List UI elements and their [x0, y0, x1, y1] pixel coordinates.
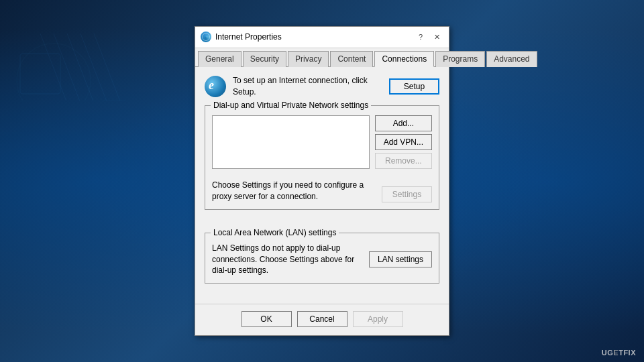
tab-connections[interactable]: Connections [374, 51, 434, 67]
cancel-button[interactable]: Cancel [297, 311, 347, 327]
lan-group-box: Local Area Network (LAN) settings LAN Se… [205, 233, 439, 284]
dialup-note: Choose Settings if you need to configure… [212, 180, 376, 202]
svg-point-20 [17, 44, 91, 101]
dialup-group-title: Dial-up and Virtual Private Network sett… [211, 101, 371, 110]
svg-line-4 [94, 34, 201, 101]
add-button[interactable]: Add... [375, 115, 432, 131]
tab-content[interactable]: Content [330, 51, 373, 67]
ok-button[interactable]: OK [241, 311, 292, 327]
tab-programs[interactable]: Programs [435, 51, 485, 67]
setup-button[interactable]: Setup [389, 78, 439, 95]
tab-general[interactable]: General [198, 51, 241, 67]
internet-icon [205, 76, 226, 97]
settings-button[interactable]: Settings [382, 186, 432, 202]
title-bar-left: Internet Properties [201, 32, 282, 42]
tab-bar: General Security Privacy Content Connect… [195, 48, 449, 67]
tab-privacy[interactable]: Privacy [288, 51, 329, 67]
dialup-group-box: Dial-up and Virtual Private Network sett… [205, 105, 439, 210]
window-title: Internet Properties [215, 32, 282, 42]
watermark-separator: E [613, 349, 619, 357]
tab-security[interactable]: Security [243, 51, 286, 67]
tab-content-area: To set up an Internet connection, click … [195, 67, 449, 302]
dialup-buttons: Add... Add VPN... Remove... [375, 115, 432, 169]
title-bar-controls: ? ✕ [414, 30, 443, 44]
lan-settings-button[interactable]: LAN settings [369, 251, 432, 267]
remove-button[interactable]: Remove... [375, 153, 432, 169]
bottom-bar: OK Cancel Apply [195, 304, 449, 335]
lan-group-title: Local Area Network (LAN) settings [211, 228, 339, 237]
watermark: UGETFIX [602, 349, 636, 357]
internet-properties-dialog: Internet Properties ? ✕ General Security… [195, 26, 449, 337]
setup-description: To set up an Internet connection, click … [233, 75, 382, 98]
svg-rect-10 [20, 54, 60, 94]
close-button[interactable]: ✕ [430, 30, 443, 44]
background-decoration [0, 0, 201, 101]
setup-row: To set up an Internet connection, click … [205, 75, 439, 98]
add-vpn-button[interactable]: Add VPN... [375, 134, 432, 150]
title-bar: Internet Properties ? ✕ [195, 27, 449, 48]
watermark-text: UG [602, 349, 614, 357]
lan-description: LAN Settings do not apply to dial-up con… [212, 243, 362, 276]
dialup-group-content: Add... Add VPN... Remove... [212, 115, 432, 169]
watermark-text2: TFIX [619, 349, 636, 357]
tab-advanced[interactable]: Advanced [486, 51, 537, 67]
dialup-list[interactable] [212, 115, 370, 169]
ie-globe-icon [201, 32, 211, 42]
help-button[interactable]: ? [414, 30, 427, 44]
apply-button[interactable]: Apply [353, 311, 403, 327]
